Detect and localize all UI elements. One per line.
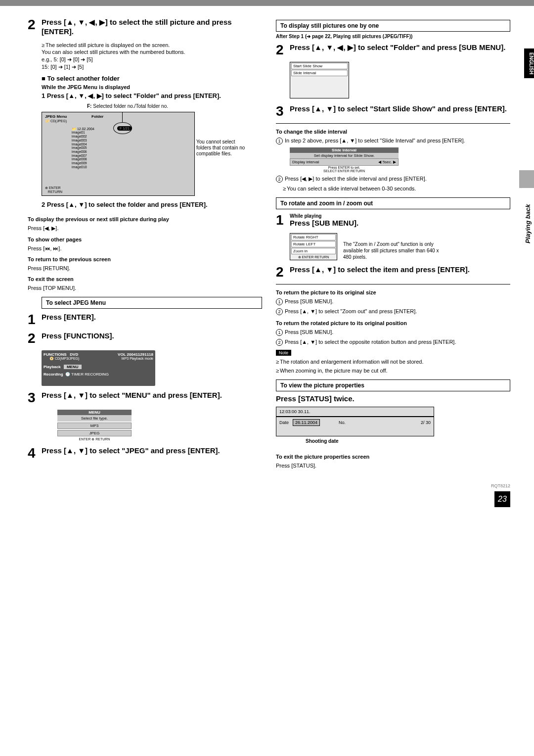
step-title: Press [▲, ▼] to select the item and pres… [290,265,470,279]
interval-title: Slide Interval [290,147,399,153]
step-2-folder: 2 Press [▲, ▼, ◀, ▶] to select "Folder" … [276,43,510,57]
step-number: 4 [28,446,42,460]
right-column: To display still pictures one by one Aft… [276,18,510,469]
number-label: No. [339,420,346,425]
page-top-border [0,0,534,6]
jpeg-menu-box: JPEG Menu 📀 CD(JPEG) Folder F 1/21 📁 12.… [42,112,195,196]
step-number: 2 [28,331,42,345]
step-number: 1 [28,313,42,327]
step-3-menu: 3 Press [▲, ▼] to select "MENU" and pres… [28,391,262,405]
number-value: 2/ 30 [421,420,431,425]
rotate-option: Zoom in [291,248,336,254]
display-one-by-one-box: To display still pictures one by one [276,20,510,32]
submenu-item: Start Slide Show [291,63,348,69]
menu-popup-instruction: Select file type. [57,415,132,422]
menu-popup-footer: ENTER ⊕ RETURN [57,437,132,441]
page-content: ENGLISH Playing back 2 Press [▲, ▼, ◀, ▶… [0,6,534,480]
interval-press-enter: Press ENTER to set. [290,166,399,169]
functions-menu-illustration: FUNCTIONS DVD VOL 200411291118 📀 CD(MP3/… [42,350,155,386]
rotate-menu-row: Rotate RIGHT Rotate LEFT Zoom in ⊕ ENTER… [290,233,510,260]
step-2-functions: 2 Press [FUNCTIONS]. [28,331,262,345]
menu-popup-illustration: MENU Select file type. MP3 JPEG ENTER ⊕ … [57,410,132,441]
folder-label: Folder [91,114,103,119]
step-number: 2 [276,265,290,279]
rotate-menu: Rotate RIGHT Rotate LEFT Zoom in ⊕ ENTER… [290,233,337,260]
while-playing-label: While playing [290,213,358,219]
step-title: Press [FUNCTIONS]. [42,331,114,345]
while-jpeg-menu-text: While the JPEG Menu is displayed [42,84,262,90]
step-number: 2 [28,18,42,37]
step-number: 1 [276,213,290,228]
step-title: Press [▲, ▼, ◀, ▶] to select "Folder" an… [290,43,505,57]
exit-screen-text: Press [TOP MENU]. [28,285,262,291]
jpeg-menu-title: JPEG Menu 📀 CD(JPEG) [45,114,67,123]
rotate-option: Rotate RIGHT [291,234,336,240]
example-line: e.g., 5: [0] ➔ [0] ➔ [5] [42,56,93,62]
folder-counter-explanation: F: F: Selected folder no./Total folder n… [87,103,262,109]
file-list: 📁 12.02.2004 image01 image002 image003 i… [72,127,94,169]
folder-counter-badge: F 1/21 [117,126,132,131]
status-detail-row: Date 26.11.2004 No. 2/ 30 [276,416,434,428]
side-tab-english: ENGLISH [524,48,534,78]
rotate-zoom-box: To rotate and zoom in / zoom out [276,197,510,209]
divider [276,284,510,284]
display-prev-next-text: Press [◀, ▶]. [28,225,262,232]
after-step1-text: After Step 1 (➔ page 22, Playing still p… [276,34,510,39]
orig-size-step1: Press [SUB MENU]. [276,298,510,305]
step-title: Press [▲, ▼] to select "Start Slide Show… [290,104,507,118]
exit-screen-heading: To exit the screen [28,276,262,282]
orig-pos-heading: To return the rotated picture to its ori… [276,320,510,326]
page-number-box: 23 [494,491,510,507]
menu-popup-option: MP3 [57,423,132,429]
rotate-foot: ⊕ ENTER RETURN [290,255,337,260]
interval-caption: Set display interval for Slide Show. [290,153,399,158]
exit-properties-heading: To exit the picture properties screen [276,454,510,460]
submenu-popup: Start Slide Show Slide Interval [290,62,349,98]
functions-recording-row: Recording 🕐 TIMER RECORDING [44,372,153,377]
jpeg-menu-illustration: JPEG Menu 📀 CD(JPEG) Folder F 1/21 📁 12.… [42,112,195,196]
orig-size-step2: Press [▲, ▼] to select "Zoom out" and pr… [276,308,510,315]
step-2: 2 Press [▲, ▼, ◀, ▶] to select the still… [28,18,262,37]
interval-foot: SELECT ENTER RETURN [290,169,399,173]
bullet-text: The selected still picture is displayed … [42,42,170,48]
enter-return-label: ⊕ ENTER RETURN [45,186,62,193]
side-tab-playing-back: Playing back [524,194,534,253]
step-number: 3 [28,391,42,405]
return-previous-text: Press [RETURN]. [28,265,262,271]
date-label: Date [279,420,289,425]
functions-sub-row: 📀 CD(MP3/JPEG) MP3 Playback mode [44,357,153,361]
menu-popup-title: MENU [57,410,132,415]
step-1-enter: 1 Press [ENTER]. [28,313,262,327]
view-properties-box: To view the picture properties [276,379,510,391]
callout-line [122,112,123,122]
exit-properties-text: Press [STATUS]. [276,463,510,469]
menu-popup-option: JPEG [57,430,132,436]
step-title: Press [▲, ▼, ◀, ▶] to select the still p… [42,18,262,37]
step-title: Press [ENTER]. [42,313,96,327]
side-marker [519,170,534,188]
display-prev-next-heading: To display the previous or next still pi… [28,216,262,222]
step-number: 3 [276,104,290,118]
select-jpeg-menu-box: To select JPEG Menu [42,297,262,309]
press-status-twice: Press [STATUS] twice. [276,394,510,404]
interval-range-note: You can select a slide interval between … [283,186,510,191]
step-2-select-item: 2 Press [▲, ▼] to select the item and pr… [276,265,510,279]
status-top-line: 12:03:00 30.11. [276,407,434,416]
left-column: 2 Press [▲, ▼, ◀, ▶] to select the still… [28,18,262,469]
step-title: Press [▲, ▼] to select "MENU" and press … [42,391,222,405]
orig-size-heading: To return the picture to its original si… [276,289,510,295]
step-3-slideshow: 3 Press [▲, ▼] to select "Start Slide Sh… [276,104,510,118]
note-badge: Note [276,350,291,356]
circled-step-2: Press [◀, ▶] to select the slide interva… [276,176,510,183]
step-1-submenu: 1 While playing Press [SUB MENU]. [276,213,510,228]
interval-row: Display interval ◀ 5sec. ▶ [290,158,399,166]
status-display-box: 12:03:00 30.11. Date 26.11.2004 No. 2/ 3… [276,407,434,436]
interval-label: Display interval [292,160,319,164]
change-interval-heading: To change the slide interval [276,129,510,135]
divider [276,123,510,124]
step-body: While playing Press [SUB MENU]. [290,213,358,228]
interval-value: ◀ 5sec. ▶ [378,160,396,164]
shooting-date-label: Shooting date [306,438,510,444]
step-4-jpeg: 4 Press [▲, ▼] to select "JPEG" and pres… [28,446,262,460]
substep-2: 2 Press [▲, ▼] to select the folder and … [42,201,262,209]
